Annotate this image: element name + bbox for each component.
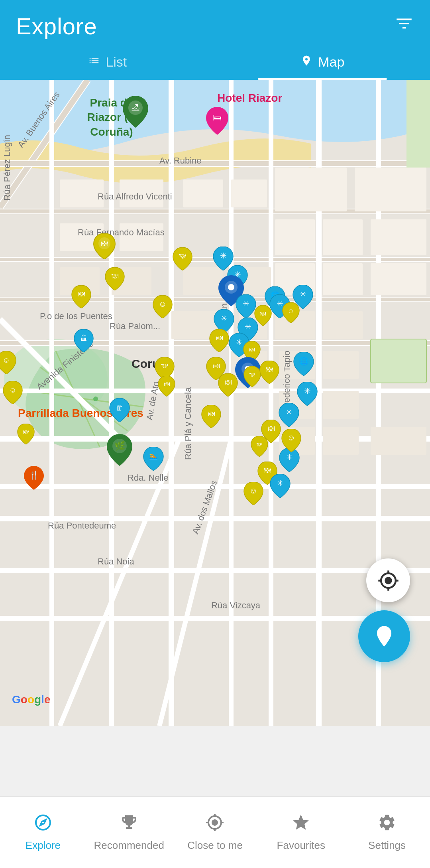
list-icon	[88, 53, 100, 70]
svg-rect-32	[323, 219, 363, 255]
svg-rect-37	[60, 180, 104, 207]
locate-button[interactable]	[366, 558, 410, 602]
svg-rect-40	[120, 223, 163, 251]
svg-rect-53	[323, 351, 359, 379]
svg-rect-34	[275, 263, 315, 295]
gear-icon	[377, 813, 397, 836]
nav-close-to-me-label: Close to me	[187, 839, 243, 852]
svg-rect-41	[183, 180, 223, 207]
nav-close-to-me[interactable]: Close to me	[172, 797, 258, 868]
svg-rect-56	[323, 391, 359, 419]
svg-point-114	[381, 630, 387, 637]
location-fab[interactable]	[358, 610, 410, 662]
page-title: Explore	[16, 13, 97, 39]
header-top: Explore	[0, 0, 430, 44]
svg-rect-59	[371, 427, 426, 455]
svg-rect-60	[371, 339, 426, 383]
svg-rect-44	[112, 267, 151, 295]
nav-favourites-label: Favourites	[277, 839, 325, 852]
filter-icon[interactable]	[394, 14, 414, 38]
nav-recommended[interactable]: Recommended	[86, 797, 172, 868]
svg-rect-58	[323, 427, 359, 455]
svg-rect-35	[323, 263, 363, 295]
svg-rect-43	[60, 267, 100, 295]
compass-icon	[33, 813, 53, 836]
map-icon	[300, 53, 312, 70]
svg-rect-39	[60, 223, 104, 251]
nav-explore-label: Explore	[26, 839, 61, 852]
map-container[interactable]: Praia deRiazor (ACoruña) Hotel Riazor Av…	[0, 80, 430, 726]
svg-rect-48	[239, 311, 267, 339]
tab-list[interactable]: List	[0, 44, 215, 80]
nav-settings[interactable]: Settings	[344, 797, 430, 868]
svg-point-5	[93, 397, 98, 401]
medal-icon	[120, 813, 139, 836]
svg-rect-46	[239, 267, 271, 295]
app-header: Explore List Map	[0, 0, 430, 80]
nav-favourites[interactable]: Favourites	[258, 797, 344, 868]
view-tabs: List Map	[0, 44, 430, 80]
nav-settings-label: Settings	[368, 839, 406, 852]
svg-rect-36	[371, 263, 426, 295]
target-icon	[205, 813, 224, 836]
svg-rect-30	[355, 168, 426, 211]
tab-map[interactable]: Map	[215, 44, 430, 80]
svg-rect-47	[171, 311, 223, 339]
svg-rect-31	[275, 219, 315, 255]
svg-rect-45	[183, 267, 223, 295]
svg-rect-61	[406, 80, 430, 168]
svg-rect-49	[275, 311, 315, 339]
svg-rect-57	[279, 427, 315, 455]
google-watermark: Google	[12, 693, 50, 706]
tab-map-label: Map	[318, 54, 344, 70]
svg-rect-29	[275, 168, 347, 211]
nav-explore[interactable]: Explore	[0, 797, 86, 868]
bottom-navigation: Explore Recommended Close to me Favourit…	[0, 796, 430, 868]
svg-rect-51	[231, 351, 267, 379]
svg-rect-42	[231, 180, 267, 207]
svg-rect-38	[120, 180, 163, 207]
svg-rect-55	[279, 391, 315, 419]
svg-rect-52	[279, 351, 315, 379]
svg-rect-50	[323, 311, 363, 339]
svg-rect-33	[371, 219, 426, 255]
nav-recommended-label: Recommended	[94, 839, 164, 852]
star-icon	[291, 813, 310, 836]
tab-list-label: List	[106, 54, 127, 70]
